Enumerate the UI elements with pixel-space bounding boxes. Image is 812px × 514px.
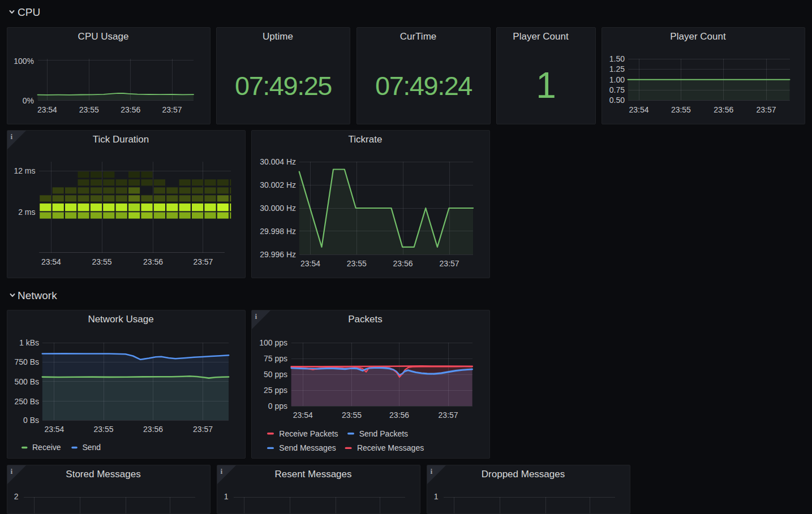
svg-text:i: i — [431, 467, 433, 476]
svg-text:i: i — [221, 467, 223, 476]
svg-text:23:56: 23:56 — [121, 105, 140, 114]
svg-text:0 Bs: 0 Bs — [23, 416, 39, 425]
svg-text:0.75: 0.75 — [609, 85, 625, 94]
svg-text:23:54: 23:54 — [300, 259, 320, 268]
svg-text:29.996 Hz: 29.996 Hz — [260, 250, 296, 259]
svg-text:23:54: 23:54 — [629, 105, 648, 114]
svg-text:23:55: 23:55 — [79, 105, 99, 114]
svg-text:250 Bs: 250 Bs — [14, 397, 39, 406]
svg-text:23:55: 23:55 — [93, 425, 113, 434]
svg-text:750 Bs: 750 Bs — [14, 357, 39, 366]
svg-text:23:54: 23:54 — [44, 425, 64, 434]
svg-text:1.25: 1.25 — [609, 64, 625, 74]
svg-text:i: i — [255, 312, 257, 321]
svg-text:23:57: 23:57 — [193, 425, 213, 434]
svg-text:23:57: 23:57 — [756, 105, 776, 114]
svg-text:23:57: 23:57 — [440, 259, 459, 268]
svg-text:30.002 Hz: 30.002 Hz — [260, 180, 296, 189]
svg-text:30.000 Hz: 30.000 Hz — [260, 204, 296, 213]
svg-text:23:56: 23:56 — [143, 425, 163, 434]
svg-text:500 Bs: 500 Bs — [14, 377, 39, 386]
svg-text:0.50: 0.50 — [609, 96, 625, 105]
svg-text:23:55: 23:55 — [347, 259, 367, 268]
svg-text:1 kBs: 1 kBs — [19, 338, 39, 347]
svg-text:23:54: 23:54 — [37, 105, 57, 114]
svg-text:i: i — [11, 132, 13, 141]
svg-text:100%: 100% — [14, 57, 34, 66]
svg-text:1.50: 1.50 — [609, 54, 625, 63]
svg-text:23:55: 23:55 — [671, 105, 691, 114]
svg-text:23:57: 23:57 — [162, 105, 182, 114]
svg-text:23:56: 23:56 — [714, 105, 733, 114]
svg-text:Receive: Receive — [32, 443, 61, 452]
svg-text:23:56: 23:56 — [393, 259, 413, 268]
svg-text:1.00: 1.00 — [609, 75, 625, 84]
svg-text:0%: 0% — [23, 96, 34, 105]
svg-text:30.004 Hz: 30.004 Hz — [260, 157, 296, 166]
svg-text:i: i — [11, 467, 13, 476]
svg-text:Send: Send — [82, 443, 101, 452]
svg-text:29.998 Hz: 29.998 Hz — [260, 227, 296, 236]
